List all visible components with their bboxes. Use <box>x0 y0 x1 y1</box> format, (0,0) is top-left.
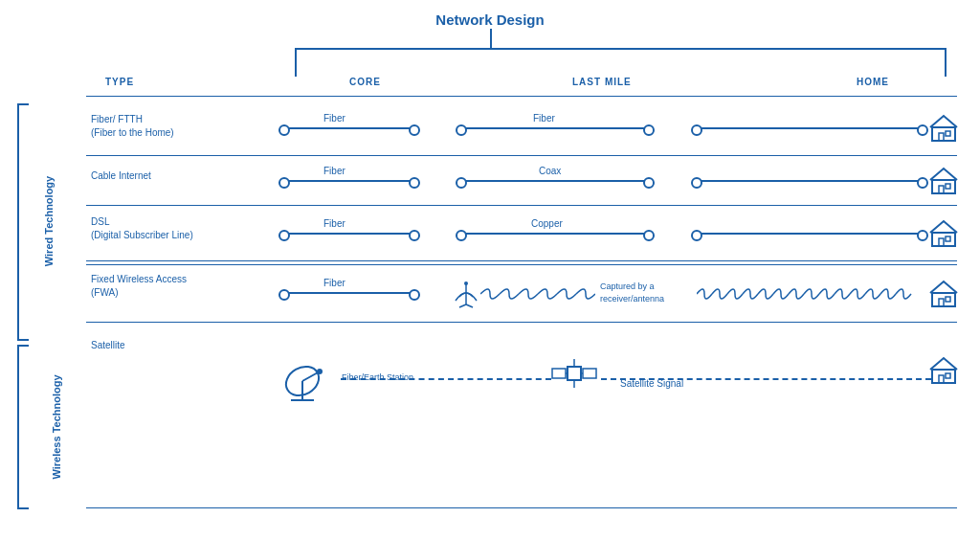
row-fwa-lm-label: Captured by a receiver/antenna <box>600 281 677 305</box>
row-fwa-core-label: Fiber <box>323 278 345 288</box>
row-fwa-label: Fixed Wireless Access (FWA) <box>91 273 187 300</box>
svg-rect-2 <box>946 131 950 136</box>
row-dsl-lm-line <box>459 233 651 235</box>
row-fiber-label: Fiber/ FTTH (Fiber to the Home) <box>91 113 174 140</box>
fwa-home-waves <box>697 282 926 305</box>
house-icon-dsl <box>926 217 961 250</box>
sat-downlink-line <box>601 378 931 380</box>
row-dsl-core-label: Fiber <box>323 218 345 229</box>
row-dsl-home-line <box>695 233 924 235</box>
row-fiber-lm-line <box>459 127 651 129</box>
title-hline <box>295 48 946 50</box>
row-cable-lm-line <box>459 180 651 182</box>
row-fiber-core-line <box>282 127 416 129</box>
row-fiber-lm-label: Fiber <box>533 113 555 124</box>
row-cable-lm-label: Coax <box>539 166 561 176</box>
fwa-waves-right <box>480 282 595 305</box>
col-type: TYPE <box>105 77 134 87</box>
house-icon-satellite <box>926 354 961 387</box>
svg-rect-30 <box>946 373 950 378</box>
svg-rect-23 <box>583 369 596 378</box>
row-dsl-core-line <box>282 233 416 235</box>
row3-divider2 <box>86 264 957 265</box>
house-icon-cable <box>926 165 961 197</box>
svg-rect-22 <box>552 369 566 378</box>
house-icon-fiber <box>926 112 961 145</box>
svg-point-20 <box>317 369 323 374</box>
col-home: HOME <box>857 77 889 87</box>
svg-point-12 <box>464 281 468 285</box>
svg-rect-29 <box>939 375 944 383</box>
svg-rect-14 <box>939 299 944 306</box>
row1-divider <box>86 155 957 156</box>
svg-line-17 <box>302 371 320 381</box>
row-cable-core-label: Fiber <box>323 166 345 176</box>
svg-rect-4 <box>939 186 944 193</box>
row-sat-label: Satellite <box>91 340 125 350</box>
satellite-icon <box>550 349 598 397</box>
right-vline <box>945 48 947 77</box>
svg-rect-7 <box>939 238 944 246</box>
row4-divider <box>86 322 957 323</box>
svg-rect-1 <box>939 133 944 141</box>
svg-rect-8 <box>946 236 950 241</box>
wired-bracket <box>17 103 29 341</box>
title-vline <box>490 29 492 48</box>
bottom-border <box>86 507 957 508</box>
house-icon-fwa <box>926 278 961 310</box>
row-cable-label: Cable Internet <box>91 170 151 181</box>
earth-station-dish <box>283 352 341 410</box>
row3-divider1 <box>86 260 957 261</box>
svg-rect-5 <box>946 184 950 189</box>
row-cable-home-line <box>695 180 924 182</box>
svg-rect-15 <box>946 297 950 302</box>
left-vline <box>295 48 297 77</box>
tower-icon <box>452 276 480 308</box>
header-divider <box>86 96 957 97</box>
row-fiber-core-label: Fiber <box>323 113 345 124</box>
row-dsl-label: DSL (Digital Subscriber Line) <box>91 215 193 242</box>
network-design-diagram: Network Design TYPE CORE LAST MILE HOME … <box>0 0 980 540</box>
wireless-bracket <box>17 345 29 509</box>
row-fwa-core-line <box>282 292 416 294</box>
wireless-label: Wireless Technology <box>51 374 62 479</box>
svg-rect-21 <box>568 367 581 380</box>
row-cable-core-line <box>282 180 416 182</box>
svg-line-10 <box>466 304 473 307</box>
sat-uplink-line <box>341 378 551 380</box>
col-lastmile: LAST MILE <box>572 77 632 87</box>
svg-line-9 <box>459 304 466 307</box>
row-fiber-home-line <box>695 127 924 129</box>
diagram-title: Network Design <box>435 11 544 28</box>
wired-label: Wired Technology <box>43 176 55 266</box>
col-core: CORE <box>349 77 381 87</box>
row-dsl-lm-label: Copper <box>531 218 563 229</box>
row2-divider <box>86 205 957 206</box>
